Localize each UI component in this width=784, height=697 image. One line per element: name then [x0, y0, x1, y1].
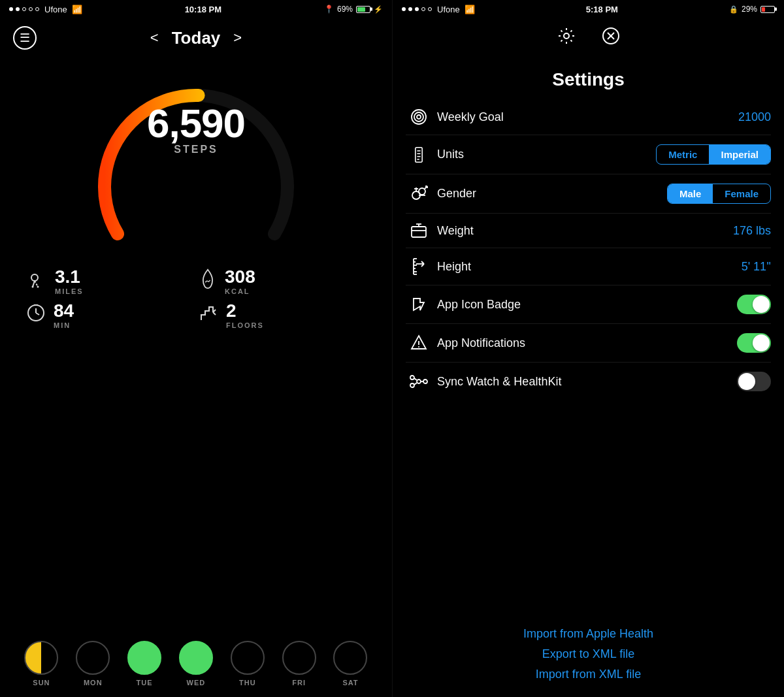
bottom-links: Import from Apple Health Export to XML f…	[393, 617, 784, 697]
right-carrier-name: Ufone	[437, 5, 460, 14]
nav-arrows: < Today >	[150, 28, 242, 48]
day-tue[interactable]: TUE	[127, 641, 161, 687]
signal-dot-4	[29, 7, 33, 11]
location-icon: 📍	[324, 5, 334, 14]
settings-row-units: Units Metric Imperial	[406, 135, 771, 174]
units-icon	[406, 146, 432, 163]
app-icon-badge-icon	[406, 296, 432, 313]
settings-list: Weekly Goal 21000 Units Metric Imperial	[393, 99, 784, 617]
svg-line-49	[414, 378, 417, 380]
svg-rect-27	[412, 227, 426, 237]
day-sat[interactable]: SAT	[333, 641, 367, 687]
units-segmented: Metric Imperial	[656, 144, 771, 165]
min-value: 84	[54, 300, 74, 321]
right-signal-4	[421, 7, 425, 11]
prev-day-button[interactable]: <	[150, 29, 159, 46]
svg-point-22	[419, 188, 425, 195]
menu-button[interactable]: ☰	[13, 26, 37, 50]
gauge-center: 6,590 STEPS	[147, 100, 245, 155]
right-top-nav	[393, 18, 784, 57]
stat-min: 84 MIN	[26, 300, 193, 329]
svg-point-44	[418, 346, 419, 348]
day-sun[interactable]: SUN	[24, 641, 58, 687]
day-mon-circle	[76, 641, 110, 675]
right-panel: Ufone 📶 5:18 PM 🔒 29%	[392, 0, 784, 697]
units-imperial-button[interactable]: Imperial	[709, 145, 770, 164]
gender-segmented: Male Female	[667, 184, 771, 204]
day-thu[interactable]: THU	[231, 641, 265, 687]
app-notifications-toggle[interactable]	[737, 333, 771, 353]
kcal-unit: KCAL	[225, 287, 255, 295]
day-wed[interactable]: WED	[179, 641, 213, 687]
sync-watch-icon	[406, 374, 432, 389]
svg-point-12	[414, 112, 423, 122]
weight-value[interactable]: 176 lbs	[733, 224, 771, 238]
left-time: 10:18 PM	[185, 5, 221, 14]
app-icon-badge-toggle[interactable]	[737, 295, 771, 314]
close-button[interactable]	[602, 27, 620, 49]
gender-icon	[406, 185, 432, 203]
app-icon-badge-knob	[753, 296, 770, 313]
left-top-nav: ☰ < Today >	[0, 18, 392, 57]
left-battery-area: 📍 69% ⚡	[324, 5, 383, 14]
app-notifications-knob	[753, 334, 770, 351]
gender-female-button[interactable]: Female	[713, 184, 770, 203]
kcal-icon	[199, 268, 217, 294]
day-fri-circle	[282, 641, 316, 675]
left-carrier-name: Ufone	[44, 5, 67, 14]
export-xml-link[interactable]: Export to XML file	[542, 647, 634, 661]
svg-point-0	[31, 274, 38, 281]
day-mon[interactable]: MON	[76, 641, 110, 687]
svg-line-50	[414, 383, 417, 385]
right-status-bar: Ufone 📶 5:18 PM 🔒 29%	[393, 0, 784, 18]
import-apple-health-link[interactable]: Import from Apple Health	[523, 627, 653, 641]
right-carrier: Ufone 📶	[402, 5, 475, 14]
settings-row-weight: Weight 176 lbs	[406, 214, 771, 248]
day-sat-circle	[333, 641, 367, 675]
svg-point-7	[564, 33, 569, 39]
height-icon	[406, 257, 432, 276]
day-thu-label: THU	[239, 679, 256, 687]
import-xml-link[interactable]: Import from XML file	[536, 668, 641, 681]
floors-text: 2 FLOORS	[226, 300, 264, 329]
next-day-button[interactable]: >	[233, 29, 242, 46]
right-lock-icon: 🔒	[729, 5, 738, 14]
stat-miles: 3.1 MILES	[26, 267, 193, 295]
stat-floors: 2 FLOORS	[199, 300, 366, 329]
miles-unit: MILES	[55, 287, 84, 295]
gauge-svg	[91, 64, 301, 260]
day-fri[interactable]: FRI	[282, 641, 316, 687]
left-panel: Ufone 📶 10:18 PM 📍 69% ⚡ ☰ < Today >	[0, 0, 392, 697]
weight-label: Weight	[437, 224, 733, 238]
left-status-bar: Ufone 📶 10:18 PM 📍 69% ⚡	[0, 0, 392, 18]
sync-watch-knob	[738, 373, 755, 390]
day-tue-circle	[127, 641, 161, 675]
units-metric-button[interactable]: Metric	[657, 145, 709, 164]
settings-title: Settings	[393, 69, 784, 90]
day-tue-label: TUE	[137, 679, 153, 687]
signal-dot-3	[22, 7, 26, 11]
kcal-text: 308 KCAL	[225, 267, 255, 295]
settings-row-weekly-goal: Weekly Goal 21000	[406, 99, 771, 135]
gender-male-button[interactable]: Male	[668, 184, 713, 203]
miles-text: 3.1 MILES	[55, 267, 84, 295]
right-battery-fill	[762, 7, 765, 12]
height-value[interactable]: 5' 11''	[742, 260, 771, 274]
right-wifi-icon: 📶	[465, 5, 475, 14]
settings-row-height: Height 5' 11''	[406, 248, 771, 285]
day-thu-circle	[231, 641, 265, 675]
right-signal-2	[408, 7, 412, 11]
sync-watch-label: Sync Watch & HealthKit	[437, 375, 737, 389]
sync-watch-toggle[interactable]	[737, 372, 771, 391]
settings-row-app-icon-badge: App Icon Badge	[406, 285, 771, 324]
steps-value: 6,590	[147, 100, 245, 146]
settings-row-app-notifications: App Notifications	[406, 324, 771, 363]
weekly-goal-value[interactable]: 21000	[738, 110, 771, 124]
signal-dot-2	[16, 7, 20, 11]
app-notifications-label: App Notifications	[437, 336, 737, 350]
floors-value: 2	[226, 300, 264, 321]
settings-gear-button[interactable]	[557, 27, 576, 49]
day-wed-label: WED	[187, 679, 206, 687]
day-wed-circle	[179, 641, 213, 675]
svg-point-47	[410, 383, 414, 387]
